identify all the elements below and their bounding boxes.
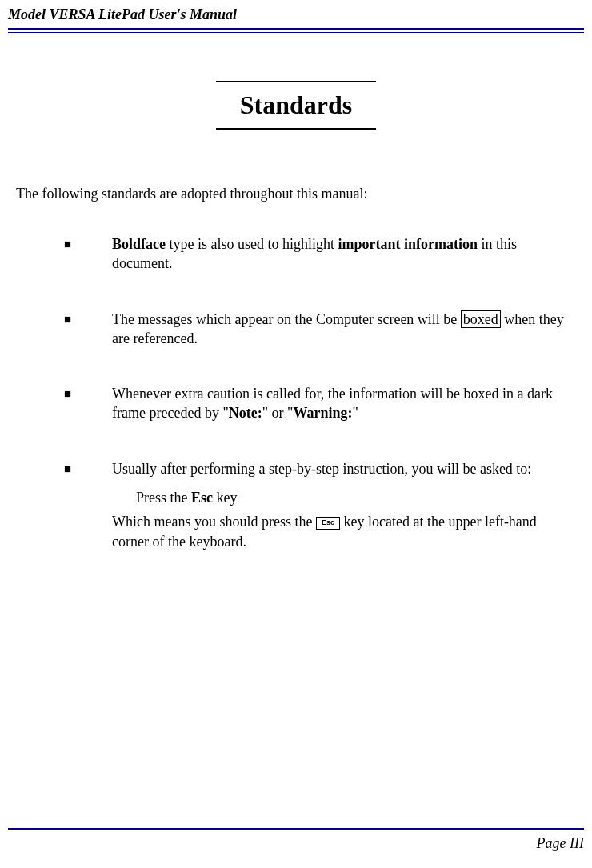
bullet-list: Boldface type is also used to highlight …	[16, 234, 576, 551]
text-segment: type is also used to highlight	[166, 236, 338, 252]
bullet-item-boxed: The messages which appear on the Compute…	[64, 310, 576, 349]
chapter-title-wrap: Standards	[16, 81, 576, 130]
page-number: Page III	[8, 835, 584, 852]
text-segment: "	[352, 405, 358, 421]
sub-instruction-press: Press the Esc key	[136, 488, 576, 507]
header-title: Model VERSA LitePad User's Manual	[8, 6, 584, 28]
text-segment: Which means you should press the	[112, 514, 316, 530]
sub-instruction-means: Which means you should press the Esc key…	[112, 512, 576, 551]
text-segment: Usually after performing a step-by-step …	[112, 461, 531, 477]
important-info-label: important information	[338, 236, 478, 252]
note-label: Note:	[229, 405, 262, 421]
footer-rule	[8, 826, 584, 830]
text-segment: Press the	[136, 490, 191, 506]
esc-key-label: Esc	[191, 490, 213, 506]
bullet-item-boldface: Boldface type is also used to highlight …	[64, 234, 576, 274]
chapter-title: Standards	[240, 90, 353, 120]
header: Model VERSA LitePad User's Manual	[0, 0, 592, 33]
text-segment: key	[213, 490, 238, 506]
esc-key-icon: Esc	[316, 517, 340, 530]
boxed-example: boxed	[461, 310, 501, 328]
main-content: Standards The following standards are ad…	[0, 33, 592, 551]
text-segment: The messages which appear on the Compute…	[112, 311, 461, 327]
warning-label: Warning:	[293, 405, 352, 421]
intro-text: The following standards are adopted thro…	[16, 186, 576, 202]
bullet-item-caution: Whenever extra caution is called for, th…	[64, 384, 576, 423]
bullet-item-instruction: Usually after performing a step-by-step …	[64, 459, 576, 551]
chapter-title-box: Standards	[216, 81, 377, 130]
text-segment: " or "	[262, 405, 294, 421]
footer: Page III	[8, 826, 584, 852]
boldface-label: Boldface	[112, 236, 166, 252]
